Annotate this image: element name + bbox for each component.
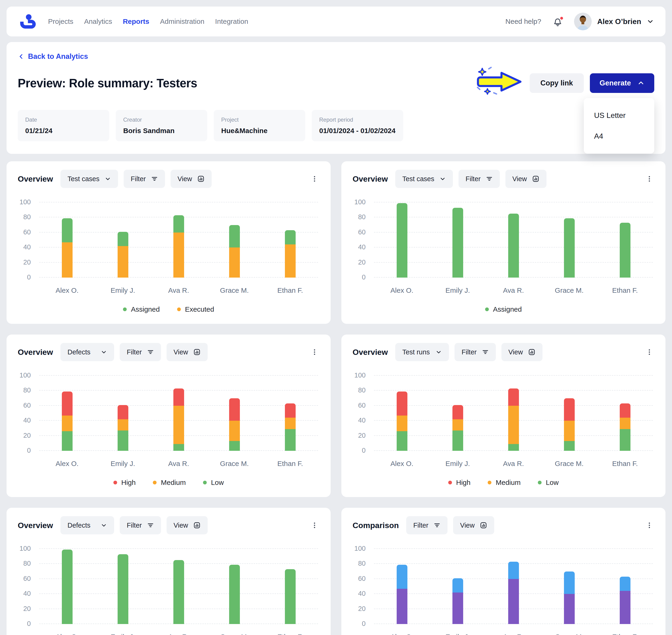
bar-segment-medium	[397, 416, 407, 432]
chevron-down-icon	[105, 176, 111, 182]
metric-select[interactable]: Defects	[61, 343, 114, 361]
filter-button[interactable]: Filter	[120, 343, 161, 361]
category-label: Alex O.	[374, 460, 430, 467]
view-button[interactable]: View	[166, 343, 208, 361]
filter-icon	[151, 175, 158, 182]
metric-select[interactable]: Test runs	[395, 343, 449, 361]
menu-item-a4[interactable]: A4	[594, 132, 644, 140]
view-button-label: View	[174, 348, 188, 356]
view-button[interactable]: View	[166, 516, 208, 534]
kebab-menu-button[interactable]	[645, 347, 654, 357]
nav-item-projects[interactable]: Projects	[48, 18, 73, 25]
y-tick-label: 40	[18, 243, 31, 251]
bar-chart-icon	[197, 175, 205, 182]
category-axis: Alex O.Emily J.Ava R.Grace M.Ethan F.	[39, 286, 318, 294]
kebab-menu-button[interactable]	[310, 520, 319, 530]
nav-item-administration[interactable]: Administration	[160, 18, 204, 25]
y-tick-label: 0	[18, 446, 31, 454]
app-logo[interactable]	[18, 13, 37, 30]
legend-item: Low	[203, 479, 224, 486]
bar-ava-r-	[508, 549, 519, 624]
menu-item-us-letter[interactable]: US Letter	[594, 111, 644, 120]
filter-button[interactable]: Filter	[124, 170, 165, 188]
nav-item-reports[interactable]: Reports	[123, 18, 149, 25]
bar-segment-high	[229, 398, 240, 421]
bar-segment-medium	[173, 406, 184, 444]
notifications-button[interactable]	[552, 16, 563, 27]
meta-label: Creator	[123, 116, 200, 123]
plot-area: 020406080100	[374, 202, 653, 278]
category-axis: Alex O.Emily J.Ava R.Grace M.Ethan F.	[374, 286, 653, 294]
bar-segment-high	[397, 392, 407, 416]
view-button[interactable]: View	[506, 170, 546, 188]
bar-segment-new-defects	[118, 554, 128, 624]
arrow-doodle	[475, 67, 523, 96]
bar-emily-j-	[452, 202, 463, 278]
bar-slot	[151, 202, 206, 278]
filter-button[interactable]: Filter	[120, 516, 161, 534]
bar-segment-low	[397, 431, 407, 451]
view-button-label: View	[509, 348, 523, 356]
user-menu[interactable]: Alex O’brien	[574, 13, 654, 30]
meta-value: Boris Sandman	[123, 127, 200, 135]
view-button[interactable]: View	[501, 343, 542, 361]
charts-grid: Overview Test cases Filter View 02	[6, 161, 666, 635]
view-button-label: View	[460, 522, 475, 529]
category-label: Grace M.	[206, 633, 262, 635]
view-button[interactable]: View	[453, 516, 494, 534]
copy-link-button[interactable]: Copy link	[530, 73, 584, 93]
bar-segment-high	[118, 405, 128, 419]
category-label: Ethan F.	[262, 286, 318, 294]
bar-slot	[151, 549, 206, 624]
kebab-menu-button[interactable]	[310, 347, 319, 357]
bar-slot	[486, 202, 541, 278]
category-label: Ava R.	[486, 460, 541, 467]
generate-menu: US Letter A4	[584, 98, 654, 154]
y-tick-label: 0	[353, 446, 366, 454]
meta-report-period: Report period 01/01/2024 - 01/02/2024	[312, 110, 403, 141]
bar-segment-high	[62, 392, 72, 416]
chart-card-header: Overview Defects Filter View	[18, 516, 319, 534]
bar-slot	[374, 202, 430, 278]
filter-button[interactable]: Filter	[406, 516, 447, 534]
legend-dot	[485, 307, 489, 311]
generate-button[interactable]: Generate	[590, 73, 654, 93]
chart-card-3: Overview Defects Filter View 02040	[6, 334, 331, 497]
filter-button[interactable]: Filter	[454, 343, 496, 361]
bar-segment-assigned	[397, 203, 407, 278]
bar-segment-executed	[285, 244, 296, 278]
metric-select[interactable]: Test cases	[61, 170, 118, 188]
bar-segment-linked-defects	[564, 594, 575, 624]
view-button[interactable]: View	[171, 170, 211, 188]
kebab-menu-button[interactable]	[645, 174, 654, 184]
bar-grace-m-	[229, 202, 240, 278]
filter-button[interactable]: Filter	[458, 170, 499, 188]
metric-select[interactable]: Test cases	[395, 170, 453, 188]
meta-creator: Creator Boris Sandman	[116, 110, 207, 141]
y-tick-label: 20	[353, 432, 366, 439]
help-link[interactable]: Need help?	[506, 18, 541, 25]
chart-title: Overview	[18, 521, 53, 530]
title-row: Preview: Role summary: Testers	[18, 70, 654, 96]
metric-select[interactable]: Defects	[61, 516, 114, 534]
bar-segment-new-defects	[62, 550, 72, 624]
back-link[interactable]: Back to Analytics	[18, 52, 88, 61]
filter-button-label: Filter	[462, 348, 476, 356]
y-tick-label: 20	[18, 605, 31, 613]
chart-card-6: Comparison Filter View 020406080100 Alex…	[341, 508, 666, 635]
nav-item-analytics[interactable]: Analytics	[84, 18, 112, 25]
nav-item-integration[interactable]: Integration	[215, 18, 248, 25]
bar-slot	[486, 376, 541, 451]
bar-slot	[206, 549, 262, 624]
bar-slot	[262, 376, 318, 451]
chart-legend: Assigned	[353, 305, 654, 313]
kebab-menu-button[interactable]	[310, 174, 319, 184]
kebab-menu-button[interactable]	[645, 520, 654, 530]
bar-segment-high	[285, 403, 296, 418]
bar-ava-r-	[173, 549, 184, 624]
chevron-down-icon	[100, 349, 107, 355]
y-tick-label: 0	[353, 273, 366, 281]
bar-segment-medium	[62, 416, 72, 432]
plot-area: 020406080100	[374, 376, 653, 451]
bar-segment-created-test-cases	[564, 571, 575, 594]
